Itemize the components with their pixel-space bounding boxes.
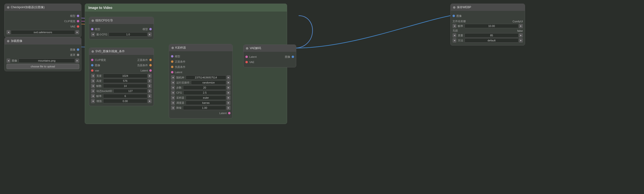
save-method-next[interactable]: ►	[519, 38, 523, 42]
bucket-value: 127	[114, 89, 148, 93]
bucket-prev[interactable]: ◄	[91, 89, 95, 93]
cfg-prev[interactable]: ◄	[171, 90, 175, 95]
height-prev[interactable]: ◄	[91, 79, 95, 83]
image-out-port[interactable]	[77, 48, 79, 51]
scheduler-prev[interactable]: ◄	[171, 100, 175, 105]
save-quality-prev[interactable]: ◄	[452, 33, 456, 38]
save-fps-next[interactable]: ►	[519, 24, 523, 28]
vaedecode-vae-in-label: VAE	[249, 61, 254, 64]
post-op-row: ◄ 运行后操作 randomize ►	[171, 80, 230, 85]
steps-next[interactable]: ►	[227, 86, 230, 90]
sampler-prev[interactable]: ◄	[171, 96, 175, 100]
scheduler-next[interactable]: ►	[227, 100, 230, 105]
save-fps-prev[interactable]: ◄	[452, 24, 456, 28]
bucket-next[interactable]: ►	[148, 89, 152, 93]
ksampler-latent-in-label: Latent	[175, 71, 182, 74]
min-cfg-value: 1.0	[108, 32, 148, 36]
model-out-port[interactable]	[77, 15, 79, 17]
save-webp-image-in-port[interactable]	[452, 15, 455, 17]
load-image-label: 加载图像	[11, 39, 22, 43]
checkpoint-name-prev[interactable]: ◄	[6, 30, 10, 34]
linear-cfg-model-in-port[interactable]	[91, 28, 94, 30]
ksampler-negative-in: 负面条件	[171, 65, 230, 69]
image-file-prev[interactable]: ◄	[6, 58, 10, 63]
min-cfg-next[interactable]: ►	[148, 32, 152, 36]
post-op-label: 运行后操作	[175, 81, 190, 84]
image-file-value: mountains.png	[18, 58, 75, 63]
cfg-next[interactable]: ►	[227, 90, 230, 95]
cfg-row: ◄ CFG 2.5 ►	[171, 90, 230, 95]
checkpoint-name-value: svd.safetensors	[11, 30, 75, 34]
save-method-prev[interactable]: ◄	[452, 38, 456, 42]
save-method-value: default	[464, 38, 518, 42]
seed-next[interactable]: ►	[227, 75, 230, 80]
svd-negative-out-port[interactable]	[149, 64, 152, 66]
save-lossless-row: 无损 false	[452, 29, 523, 32]
svd-vae-in-port[interactable]	[91, 69, 94, 72]
ksampler-model-in-port[interactable]	[171, 55, 174, 58]
svd-clip-in-port[interactable]	[91, 59, 94, 61]
checkpoint-label: Checkpoint加载器(仅图像)	[11, 5, 44, 10]
upload-button[interactable]: choose file to upload	[6, 64, 79, 69]
k-sampler-node: K采样器 模型 正面条件 负面条件	[169, 44, 233, 118]
ksampler-latent-in-port[interactable]	[171, 71, 174, 74]
image-file-next[interactable]: ►	[76, 58, 79, 63]
frames-row: ◄ 帧数 14 ►	[91, 84, 152, 88]
min-cfg-prev[interactable]: ◄	[91, 32, 95, 36]
ksampler-latent-out-port[interactable]	[228, 112, 230, 114]
vae-decode-node: VAE解码 Latent 图像 VAE	[243, 44, 296, 68]
frames-next[interactable]: ►	[148, 84, 152, 88]
checkpoint-title: Checkpoint加载器(仅图像)	[4, 4, 81, 11]
post-op-next[interactable]: ►	[227, 80, 230, 85]
augment-next[interactable]: ►	[148, 99, 152, 103]
checkpoint-out-model: 模型	[6, 14, 79, 18]
scheduler-value: karras	[186, 100, 226, 105]
width-next[interactable]: ►	[148, 74, 152, 78]
k-sampler-label: K采样器	[175, 46, 186, 50]
augment-prev[interactable]: ◄	[91, 99, 95, 103]
clip-out-port[interactable]	[77, 20, 79, 22]
svd-latent-out-port[interactable]	[149, 69, 152, 72]
frames-prev[interactable]: ◄	[91, 84, 95, 88]
vaedecode-latent-in-port[interactable]	[246, 56, 248, 58]
svd-condition-body: CLIP视觉 正面条件 图像 负面条件 vae Latent	[89, 55, 154, 106]
denoise-value: 1.00	[183, 106, 226, 110]
vae-out-port[interactable]	[77, 25, 79, 28]
svd-image-in-port[interactable]	[91, 64, 94, 66]
ksampler-model-in: 模型	[171, 54, 230, 58]
svd-positive-out-port[interactable]	[149, 59, 152, 61]
linear-cfg-in-model: 模型 模型	[91, 27, 152, 31]
save-webp-node: 保存WEBP 图像 文件名前缀 ComfyUI ◄ 帧率 10.00 ►	[450, 4, 525, 46]
checkpoint-out-vae: VAE	[6, 24, 79, 29]
post-op-prev[interactable]: ◄	[171, 80, 175, 85]
vaedecode-image-out-port[interactable]	[292, 56, 294, 58]
mask-out-port[interactable]	[77, 54, 79, 56]
seed-prev[interactable]: ◄	[171, 75, 175, 80]
ksampler-negative-in-port[interactable]	[171, 66, 174, 68]
svd-positive-out-label: 正面条件	[137, 58, 148, 62]
augment-label: 增强	[95, 100, 102, 103]
linear-cfg-model-out-port[interactable]	[149, 28, 152, 30]
width-prev[interactable]: ◄	[91, 74, 95, 78]
image-label-left: 图像	[11, 59, 18, 62]
fps-prev[interactable]: ◄	[91, 94, 95, 98]
save-quality-label: 质量	[457, 34, 464, 37]
denoise-next[interactable]: ►	[227, 106, 230, 110]
denoise-prev[interactable]: ◄	[171, 106, 175, 110]
image-file-row: ◄ 图像 mountains.png ►	[6, 58, 79, 63]
ksampler-positive-in: 正面条件	[171, 60, 230, 64]
steps-prev[interactable]: ◄	[171, 86, 175, 90]
height-next[interactable]: ►	[148, 79, 152, 83]
save-quality-next[interactable]: ►	[519, 33, 523, 38]
svd-vae-in-row: vae Latent	[91, 68, 152, 73]
min-cfg-row: ◄ 最小CFG 1.0 ►	[91, 32, 152, 36]
ksampler-latent-out-label: Latent	[219, 112, 227, 114]
sampler-next[interactable]: ►	[227, 96, 230, 100]
checkpoint-name-next[interactable]: ►	[76, 30, 79, 34]
mask-out-label: 遮罩	[70, 53, 76, 57]
fps-next[interactable]: ►	[148, 94, 152, 98]
post-op-value: randomize	[191, 80, 226, 85]
vaedecode-vae-in-port[interactable]	[246, 61, 248, 63]
ksampler-positive-in-port[interactable]	[171, 60, 174, 63]
steps-row: ◄ 步数 20 ►	[171, 86, 230, 90]
